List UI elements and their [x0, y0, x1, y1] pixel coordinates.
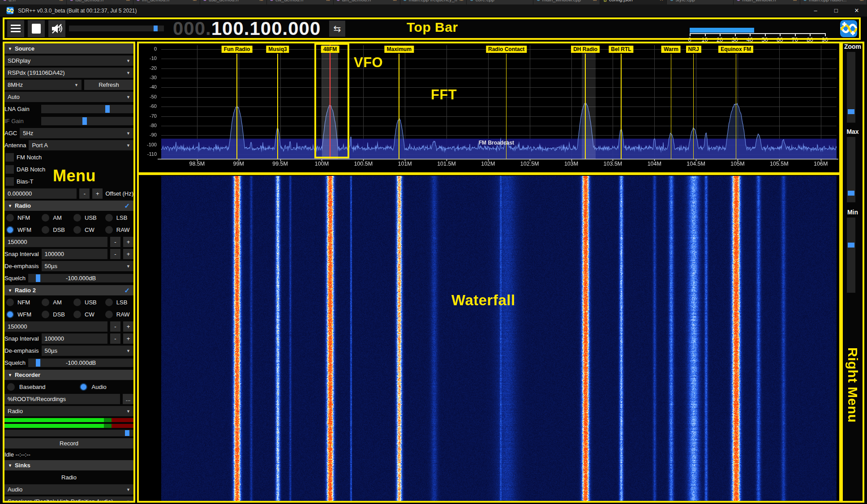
- samplerate-select[interactable]: 8MHz▼: [4, 80, 82, 90]
- mode-radio[interactable]: [6, 226, 14, 234]
- agc-mode-select[interactable]: Auto▼: [4, 92, 133, 102]
- vfo2-selection[interactable]: [582, 45, 596, 159]
- section-header-source[interactable]: ▼ Source: [4, 43, 133, 54]
- editor-tab[interactable]: Cmain.cpp frequency_manager\...M: [400, 0, 467, 4]
- mode-radio[interactable]: [42, 214, 49, 222]
- mode-option-lsb[interactable]: LSB: [103, 213, 133, 223]
- mode-option-am[interactable]: AM: [40, 297, 72, 308]
- editor-tab[interactable]: Cusb_demod.hM: [200, 0, 267, 4]
- bandwidth-plus-button[interactable]: +: [123, 237, 133, 247]
- browse-button[interactable]: ...: [123, 394, 133, 404]
- mode-radio[interactable]: [42, 311, 49, 318]
- editor-tab[interactable]: Cmain_window.hM: [734, 0, 800, 4]
- record-button[interactable]: Record: [4, 438, 133, 448]
- slider-handle[interactable]: [125, 430, 129, 436]
- recording-path-input[interactable]: %ROOT%/Recordings: [4, 394, 120, 404]
- min-slider[interactable]: [847, 218, 855, 293]
- baseband-radio[interactable]: [7, 383, 15, 391]
- editor-tab[interactable]: Cfm_demod.hM: [133, 0, 200, 4]
- station-label[interactable]: Warm: [661, 46, 681, 53]
- mode-radio[interactable]: [6, 299, 14, 306]
- source-driver-select[interactable]: SDRplay▼: [4, 56, 133, 66]
- device-select[interactable]: RSPdx (191106DA42)▼: [4, 68, 133, 78]
- section-header-radio2[interactable]: ▼ Radio 2 ✓: [4, 285, 133, 295]
- station-label[interactable]: Musiq3: [266, 46, 289, 53]
- mode-option-nfm[interactable]: NFM: [4, 297, 40, 308]
- snap-minus-button[interactable]: -: [110, 333, 120, 344]
- bandwidth-minus-button[interactable]: -: [110, 321, 120, 332]
- mode-radio[interactable]: [73, 311, 81, 318]
- mode-radio[interactable]: [42, 299, 49, 306]
- waterfall[interactable]: [139, 176, 839, 501]
- module-enabled-checkbox[interactable]: ✓: [124, 286, 130, 295]
- mode-radio[interactable]: [105, 299, 113, 306]
- max-slider-handle[interactable]: [848, 191, 854, 196]
- mode-radio[interactable]: [42, 226, 49, 234]
- bandwidth-plus-button[interactable]: +: [123, 321, 133, 332]
- fft-plot[interactable]: [139, 43, 839, 172]
- mode-option-dsb[interactable]: DSB: [40, 225, 72, 235]
- editor-tab[interactable]: Ccw_demod.hM: [267, 0, 334, 4]
- editor-tab[interactable]: Cstyle.cpp: [667, 0, 734, 4]
- fm-notch-checkbox[interactable]: [5, 153, 14, 162]
- min-slider-handle[interactable]: [848, 243, 854, 248]
- mode-radio[interactable]: [105, 214, 113, 222]
- mode-option-raw[interactable]: RAW: [103, 309, 133, 320]
- sink-type-select[interactable]: Audio▼: [4, 484, 133, 495]
- radio2-squelch-slider[interactable]: -100.000dB: [28, 359, 133, 367]
- dab-notch-checkbox[interactable]: [5, 165, 14, 174]
- radio2-bandwidth-input[interactable]: 150000: [4, 321, 107, 332]
- editor-tab[interactable]: Cmain_window.cppM: [533, 0, 600, 4]
- tuning-mode-button[interactable]: ⇆: [329, 21, 345, 37]
- radio1-squelch-slider[interactable]: -100.000dB: [28, 274, 133, 282]
- editor-tab[interactable]: Cam_demod.hM: [334, 0, 400, 4]
- radio2-snap-input[interactable]: 100000: [42, 333, 107, 344]
- module-enabled-checkbox[interactable]: ✓: [124, 202, 130, 210]
- audio-device-select[interactable]: Speakers (Realtek High Definition Audio)…: [4, 496, 133, 501]
- slider-handle[interactable]: [82, 117, 87, 125]
- radio1-snap-input[interactable]: 100000: [42, 249, 107, 259]
- mode-radio[interactable]: [6, 311, 14, 318]
- if-gain-slider[interactable]: [41, 117, 133, 125]
- zoom-slider-handle[interactable]: [848, 109, 854, 114]
- section-header-sinks[interactable]: ▼ Sinks: [4, 460, 133, 470]
- audio-radio[interactable]: [80, 383, 87, 391]
- refresh-button[interactable]: Refresh: [84, 80, 133, 90]
- editor-tab[interactable]: Cmain.cpp radio\...M: [800, 0, 867, 4]
- mode-option-lsb[interactable]: LSB: [103, 297, 133, 308]
- lna-gain-slider[interactable]: [41, 105, 133, 113]
- recorder-volume-slider[interactable]: [4, 430, 133, 436]
- volume-slider[interactable]: [69, 26, 164, 31]
- agc-rate-select[interactable]: 5Hz▼: [20, 128, 133, 138]
- mode-option-cw[interactable]: CW: [72, 309, 103, 320]
- editor-tab[interactable]: Ccore.cpp: [467, 0, 533, 4]
- frequency-display[interactable]: 000.100.100.000: [173, 18, 321, 39]
- minimize-button[interactable]: –: [805, 4, 826, 17]
- station-label[interactable]: Maximum: [384, 46, 413, 53]
- bias-t-checkbox[interactable]: [5, 177, 14, 186]
- offset-plus-button[interactable]: +: [92, 188, 103, 199]
- slider-handle[interactable]: [105, 105, 110, 113]
- volume-slider-handle[interactable]: [154, 26, 158, 31]
- mode-radio[interactable]: [6, 214, 14, 222]
- radio1-bandwidth-input[interactable]: 150000: [4, 237, 107, 247]
- mode-option-usb[interactable]: USB: [72, 213, 103, 223]
- editor-tab[interactable]: Cd.hM: [0, 0, 67, 4]
- mode-option-usb[interactable]: USB: [72, 297, 103, 308]
- section-header-radio[interactable]: ▼ Radio ✓: [4, 201, 133, 211]
- offset-input[interactable]: 0.000000: [4, 188, 77, 199]
- vfo-center-line[interactable]: [330, 45, 330, 159]
- mute-button[interactable]: [48, 20, 65, 37]
- radio2-deemphasis-select[interactable]: 50µs▼: [42, 346, 133, 356]
- radio1-deemphasis-select[interactable]: 50µs▼: [42, 261, 133, 271]
- stop-button[interactable]: [28, 20, 45, 37]
- offset-minus-button[interactable]: -: [79, 188, 90, 199]
- tab-modified-marker[interactable]: ✕: [660, 0, 663, 2]
- mode-option-am[interactable]: AM: [40, 213, 72, 223]
- station-label[interactable]: NRJ: [686, 46, 701, 53]
- station-label[interactable]: DH Radio: [571, 46, 600, 53]
- mode-radio[interactable]: [73, 299, 81, 306]
- station-label[interactable]: Bel RTL: [609, 46, 633, 53]
- snap-plus-button[interactable]: +: [123, 333, 133, 344]
- mode-radio[interactable]: [73, 226, 81, 234]
